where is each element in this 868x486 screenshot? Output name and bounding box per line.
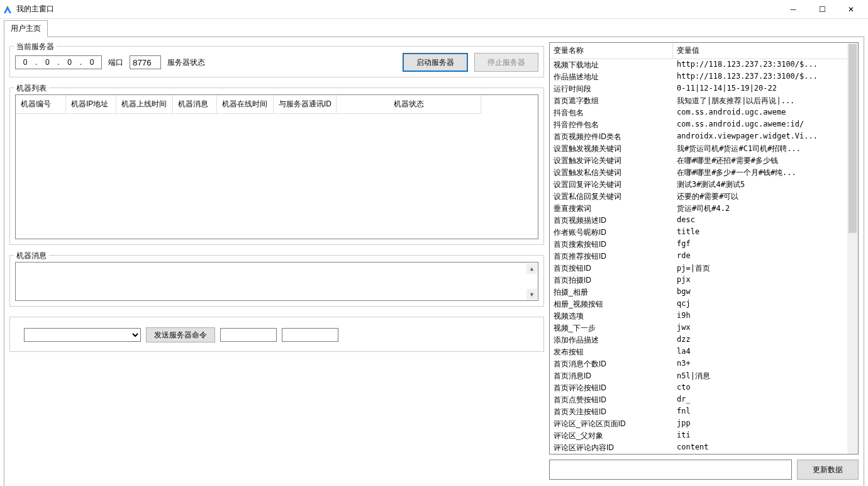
machine-msg-textarea[interactable]: ▲ ▼	[15, 262, 538, 301]
machine-list-header[interactable]: 机器IP地址	[66, 95, 116, 114]
variable-row[interactable]: 添加作品描述dzz	[550, 334, 858, 346]
variable-row[interactable]: 首页搜索按钮IDfgf	[550, 239, 858, 251]
server-groupbox: 当前服务器 . . . 端口 服务器状态 启动服务器 停止服务器	[9, 46, 544, 77]
variable-value-cell: 在哪#哪里#还招#需要#多少钱	[673, 155, 858, 167]
variable-row[interactable]: 作者账号昵称IDtitle	[550, 227, 858, 239]
port-input[interactable]	[130, 55, 161, 69]
variable-row[interactable]: 设置触发视频关键词我#货运司机#货运#C1司机#招聘...	[550, 143, 858, 155]
machine-list-header[interactable]: 机器消息	[173, 95, 217, 114]
machine-list-header[interactable]: 机器上线时间	[116, 95, 173, 114]
variable-value-cell: iti	[673, 430, 858, 442]
close-button[interactable]: ✕	[837, 0, 865, 19]
variable-row[interactable]: 首页关注按钮IDfnl	[550, 406, 858, 418]
ip-octet-3[interactable]	[60, 56, 79, 69]
variable-name-cell: 首页关注按钮ID	[550, 406, 673, 418]
variable-row[interactable]: 拍摄_相册bgw	[550, 286, 858, 298]
variable-value-cell: dzz	[673, 334, 858, 346]
command-input-2[interactable]	[282, 328, 338, 342]
variable-value-cell: fgf	[673, 239, 858, 251]
var-header-value: 变量值	[673, 43, 858, 59]
variable-row[interactable]: 首页按钮IDpj=|首页	[550, 263, 858, 274]
machine-list-header[interactable]: 与服务器通讯ID	[274, 95, 337, 114]
variable-value-cell: qcj	[673, 298, 858, 310]
variable-row[interactable]: 运行时间段0-11|12-14|15-19|20-22	[550, 83, 858, 95]
variable-value-cell: 还要的#需要#可以	[673, 191, 858, 203]
variable-row[interactable]: 作品描述地址http://118.123.237.23:3100/$...	[550, 71, 858, 83]
tab-bar: 用户主页	[0, 19, 868, 37]
command-groupbox: 发送服务器命令	[9, 317, 544, 352]
variable-row[interactable]: 垂直搜索词货运#司机#4.2	[550, 203, 858, 215]
variable-row[interactable]: 视频选项i9h	[550, 310, 858, 322]
variable-row[interactable]: 设置触发私信关键词在哪#哪里#多少#一个月#钱#纯...	[550, 167, 858, 179]
variable-row[interactable]: 抖音控件包名com.ss.android.ugc.aweme:id/	[550, 119, 858, 131]
variable-row[interactable]: 首页评论按钮IDcto	[550, 382, 858, 394]
ip-octet-4[interactable]	[82, 56, 101, 69]
variable-row[interactable]: 首页遮字数组我知道了|朋友推荐|以后再说|...	[550, 95, 858, 107]
ip-octet-1[interactable]	[16, 56, 35, 69]
variable-row[interactable]: 评论区评论内容IDcontent	[550, 442, 858, 454]
variable-name-cell: 垂直搜索词	[550, 203, 673, 215]
variable-name-cell: 设置触发私信关键词	[550, 167, 673, 179]
variable-name-cell: 首页拍摄ID	[550, 274, 673, 286]
variable-row[interactable]: 视频_下一步jwx	[550, 322, 858, 334]
command-dropdown[interactable]	[24, 328, 141, 342]
variable-row[interactable]: 发布按钮la4	[550, 346, 858, 358]
variable-value-cell: rde	[673, 251, 858, 263]
variable-scrollbar[interactable]	[847, 43, 858, 454]
machine-list-header[interactable]: 机器状态	[337, 95, 481, 114]
variable-name-cell: 首页评论按钮ID	[550, 382, 673, 394]
variable-name-cell: 视频选项	[550, 310, 673, 322]
variable-value-cell: la4	[673, 346, 858, 358]
variable-row[interactable]: 首页视频描述IDdesc	[550, 215, 858, 227]
variable-row[interactable]: 评论区_父对象iti	[550, 430, 858, 442]
window-title: 我的主窗口	[16, 4, 54, 14]
variable-value-cell: 0-11|12-14|15-19|20-22	[673, 83, 858, 95]
variable-name-cell: 设置触发评论关键词	[550, 155, 673, 167]
server-group-title: 当前服务器	[14, 42, 57, 52]
variable-row[interactable]: 首页消息个数IDn3+	[550, 358, 858, 370]
variable-name-cell: 首页消息ID	[550, 370, 673, 382]
tab-user-home[interactable]: 用户主页	[4, 20, 48, 37]
title-bar: 我的主窗口 ─ ☐ ✕	[0, 0, 868, 19]
variable-row[interactable]: 首页推荐按钮IDrde	[550, 251, 858, 263]
variable-row[interactable]: 抖音包名com.ss.android.ugc.aweme	[550, 107, 858, 119]
update-input[interactable]	[549, 460, 792, 480]
update-data-button[interactable]: 更新数据	[797, 460, 859, 480]
variable-row[interactable]: 评论区_评论区页面IDjpp	[550, 418, 858, 430]
variable-row[interactable]: 首页消息IDn5l|消息	[550, 370, 858, 382]
variable-row[interactable]: 视频下载地址http://118.123.237.23:3100/$...	[550, 59, 858, 71]
variable-table[interactable]: 变量名称 变量值 视频下载地址http://118.123.237.23:310…	[549, 42, 859, 455]
scrollbar-thumb[interactable]	[849, 44, 857, 233]
variable-name-cell: 视频_下一步	[550, 322, 673, 334]
machine-list-header[interactable]: 机器编号	[16, 95, 66, 114]
variable-row[interactable]: 设置回复评论关键词测试3#测试4#测试5	[550, 179, 858, 191]
variable-name-cell: 首页按钮ID	[550, 263, 673, 274]
ip-input-group: . . .	[15, 55, 102, 69]
machine-list-table[interactable]: 机器编号机器IP地址机器上线时间机器消息机器在线时间与服务器通讯ID机器状态	[15, 94, 538, 239]
variable-row[interactable]: 首页点赞按钮IDdr_	[550, 394, 858, 406]
scroll-up-icon[interactable]: ▲	[526, 263, 537, 274]
variable-value-cell: com.ss.android.ugc.aweme:id/	[673, 119, 858, 131]
variable-name-cell: 相册_视频按钮	[550, 298, 673, 310]
variable-row[interactable]: 首页拍摄IDpjx	[550, 274, 858, 286]
machine-list-header[interactable]: 机器在线时间	[217, 95, 274, 114]
ip-octet-2[interactable]	[38, 56, 57, 69]
command-input-1[interactable]	[220, 328, 277, 342]
scroll-down-icon[interactable]: ▼	[526, 289, 537, 300]
port-label: 端口	[108, 57, 123, 68]
variable-value-cell: 在哪#哪里#多少#一个月#钱#纯...	[673, 167, 858, 179]
minimize-button[interactable]: ─	[779, 0, 808, 19]
variable-value-cell: 测试3#测试4#测试5	[673, 179, 858, 191]
variable-row[interactable]: 设置触发评论关键词在哪#哪里#还招#需要#多少钱	[550, 155, 858, 167]
variable-value-cell: dr_	[673, 394, 858, 406]
start-server-button[interactable]: 启动服务器	[403, 53, 468, 72]
send-command-button[interactable]: 发送服务器命令	[146, 327, 215, 342]
variable-value-cell: http://118.123.237.23:3100/$...	[673, 59, 858, 71]
stop-server-button[interactable]: 停止服务器	[474, 53, 538, 72]
variable-row[interactable]: 相册_视频按钮qcj	[550, 298, 858, 310]
maximize-button[interactable]: ☐	[808, 0, 837, 19]
variable-name-cell: 视频下载地址	[550, 59, 673, 71]
variable-row[interactable]: 首页视频控件ID类名androidx.viewpager.widget.Vi..…	[550, 131, 858, 143]
variable-value-cell: fnl	[673, 406, 858, 418]
variable-row[interactable]: 设置私信回复关键词还要的#需要#可以	[550, 191, 858, 203]
